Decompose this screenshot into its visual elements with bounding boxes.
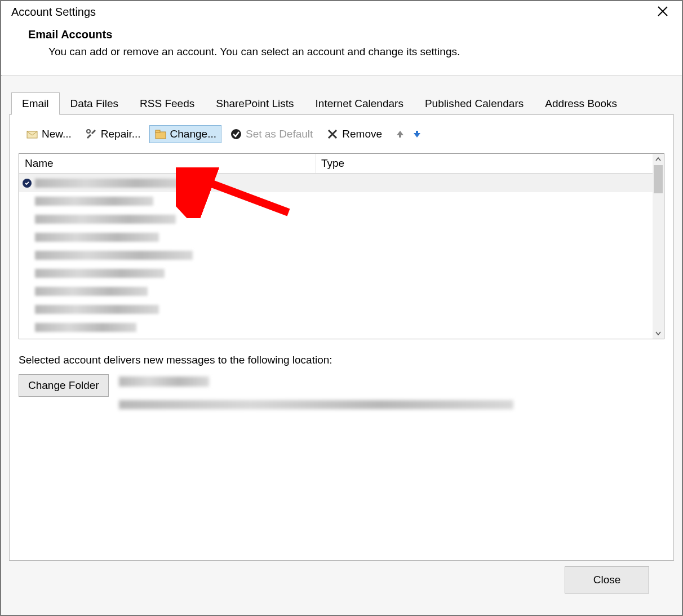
envelope-new-icon	[26, 128, 38, 140]
tab-internet-calendars[interactable]: Internet Calendars	[305, 92, 414, 115]
table-scrollbar[interactable]	[653, 154, 664, 339]
x-icon	[326, 128, 339, 140]
titlebar: Account Settings	[1, 1, 682, 23]
header-description: You can add or remove an account. You ca…	[48, 46, 659, 58]
account-name-redacted	[35, 179, 187, 188]
change-folder-label: Change Folder	[28, 379, 99, 391]
table-row[interactable]	[19, 264, 653, 282]
move-up-icon[interactable]	[395, 129, 405, 139]
tab-address-books[interactable]: Address Books	[534, 92, 628, 115]
tab-data-files-label: Data Files	[70, 98, 119, 109]
table-row[interactable]	[19, 174, 653, 192]
repair-button[interactable]: Repair...	[80, 125, 146, 143]
table-row[interactable]	[19, 300, 653, 318]
body-area: Email Data Files RSS Feeds SharePoint Li…	[1, 76, 682, 615]
column-type[interactable]: Type	[316, 154, 664, 173]
tab-address-books-label: Address Books	[545, 98, 617, 109]
move-down-icon[interactable]	[412, 129, 422, 139]
svg-point-1	[87, 130, 90, 133]
new-button[interactable]: New...	[21, 125, 77, 143]
delivery-path-redacted	[119, 400, 513, 409]
new-button-label: New...	[42, 128, 72, 140]
repair-button-label: Repair...	[101, 128, 141, 140]
tab-email[interactable]: Email	[11, 92, 60, 115]
toolbar: New... Repair... Change...	[19, 125, 664, 143]
delivery-row: Change Folder	[19, 374, 664, 423]
header-heading: Email Accounts	[28, 28, 659, 41]
close-button-label: Close	[593, 574, 621, 586]
tools-icon	[85, 128, 97, 140]
account-settings-dialog: Account Settings Email Accounts You can …	[0, 0, 683, 616]
tab-strip: Email Data Files RSS Feeds SharePoint Li…	[11, 92, 674, 114]
account-name-redacted	[35, 233, 159, 242]
table-header: Name Type	[19, 154, 664, 174]
default-account-icon	[23, 179, 32, 188]
column-name[interactable]: Name	[19, 154, 316, 173]
svg-point-4	[231, 129, 241, 139]
delivery-info	[119, 374, 664, 423]
change-button[interactable]: Change...	[149, 125, 221, 143]
header-section: Email Accounts You can add or remove an …	[1, 23, 682, 75]
table-row[interactable]	[19, 246, 653, 264]
account-name-redacted	[35, 269, 165, 278]
account-name-redacted	[35, 323, 136, 332]
remove-button[interactable]: Remove	[321, 125, 387, 143]
change-folder-button[interactable]: Change Folder	[19, 374, 109, 397]
scroll-thumb[interactable]	[654, 165, 663, 193]
account-name-redacted	[35, 305, 159, 314]
accounts-table: Name Type	[19, 153, 664, 339]
set-default-button-label: Set as Default	[246, 128, 313, 140]
svg-rect-3	[156, 130, 160, 132]
tab-published-cal-label: Published Calendars	[425, 98, 524, 109]
tab-data-files[interactable]: Data Files	[60, 92, 130, 115]
window-title: Account Settings	[11, 6, 96, 19]
set-default-button[interactable]: Set as Default	[225, 125, 318, 143]
tab-rss-feeds[interactable]: RSS Feeds	[129, 92, 205, 115]
tab-rss-feeds-label: RSS Feeds	[140, 98, 194, 109]
folder-change-icon	[154, 128, 167, 140]
tab-sharepoint-label: SharePoint Lists	[216, 98, 294, 109]
account-name-redacted	[35, 287, 148, 296]
tab-panel-email: New... Repair... Change...	[9, 114, 674, 561]
close-button[interactable]: Close	[565, 566, 649, 593]
check-circle-icon	[230, 128, 242, 140]
table-row[interactable]	[19, 192, 653, 210]
table-rows	[19, 174, 653, 339]
close-icon[interactable]	[651, 5, 674, 19]
change-button-label: Change...	[170, 128, 216, 140]
table-row[interactable]	[19, 210, 653, 228]
delivery-folder-redacted	[119, 376, 209, 387]
svg-rect-2	[156, 132, 166, 139]
account-name-redacted	[35, 215, 176, 224]
account-name-redacted	[35, 197, 153, 206]
table-row[interactable]	[19, 282, 653, 300]
tab-internet-cal-label: Internet Calendars	[316, 98, 403, 109]
tab-sharepoint-lists[interactable]: SharePoint Lists	[205, 92, 304, 115]
scroll-down-icon[interactable]	[653, 327, 664, 339]
dialog-footer: Close	[9, 561, 674, 607]
tab-email-label: Email	[22, 98, 49, 109]
table-row[interactable]	[19, 228, 653, 246]
delivery-location-label: Selected account delivers new messages t…	[19, 354, 664, 366]
remove-button-label: Remove	[342, 128, 382, 140]
scroll-up-icon[interactable]	[653, 154, 664, 165]
tab-published-calendars[interactable]: Published Calendars	[414, 92, 534, 115]
table-row[interactable]	[19, 318, 653, 336]
account-name-redacted	[35, 251, 193, 260]
